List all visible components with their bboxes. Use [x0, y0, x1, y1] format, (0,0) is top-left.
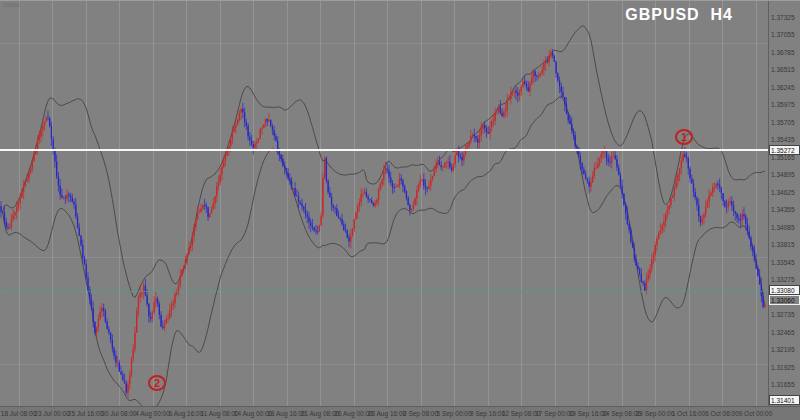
- y-tick-label: 1.37325: [771, 13, 795, 20]
- resistance-price-tag: 1.35272: [769, 145, 800, 155]
- time-axis[interactable]: 18 Jul 08:0023 Jul 00:0025 Jul 16:0030 J…: [0, 406, 800, 420]
- price-axis[interactable]: 1.373251.370551.367851.365151.362451.359…: [768, 1, 800, 406]
- x-tick-label: 9 Oct 00:00: [739, 410, 773, 417]
- y-tick-label: 1.36245: [771, 83, 795, 90]
- circled-number-annotation: 1: [675, 129, 693, 145]
- y-tick-label: 1.36515: [771, 66, 795, 73]
- x-tick-label: 4 Aug 00:00: [135, 410, 170, 417]
- low-price-tag: 1.31401: [769, 395, 800, 405]
- x-tick-label: 5 Sep 00:00: [436, 410, 471, 417]
- y-tick-label: 1.35705: [771, 118, 795, 125]
- x-tick-label: 25 Jul 16:00: [68, 410, 103, 417]
- y-tick-label: 1.32735: [771, 311, 795, 318]
- x-tick-label: 2 Sep 08:00: [403, 410, 438, 417]
- candlestick-plot: [0, 1, 768, 406]
- ask-price-tag: 1.33080: [769, 285, 800, 295]
- y-tick-label: 1.37055: [771, 31, 795, 38]
- x-tick-label: 30 Jul 08:00: [101, 410, 136, 417]
- x-tick-label: 9 Sep 16:00: [470, 410, 505, 417]
- x-tick-label: 11 Aug 08:00: [201, 410, 239, 417]
- resistance-line[interactable]: [0, 149, 768, 151]
- y-tick-label: 1.31655: [771, 381, 795, 388]
- x-tick-label: 1 Oct 16:00: [672, 410, 706, 417]
- x-tick-label: 6 Aug 16:00: [169, 410, 204, 417]
- chart-watermark: 23080: [3, 2, 20, 8]
- upper-bollinger-band: [1, 26, 765, 298]
- chart-canvas[interactable]: 12 23080 GBPUSD H4: [0, 1, 768, 406]
- x-tick-label: 23 Jul 00:00: [34, 410, 69, 417]
- x-tick-label: 29 Sep 00:00: [636, 410, 675, 417]
- symbol-title: GBPUSD H4: [625, 6, 733, 24]
- y-tick-label: 1.35975: [771, 101, 795, 108]
- y-tick-label: 1.34625: [771, 188, 795, 195]
- y-tick-label: 1.36785: [771, 48, 795, 55]
- y-tick-label: 1.32195: [771, 346, 795, 353]
- bid-price-tag: 1.33060: [769, 295, 800, 305]
- y-tick-label: 1.33275: [771, 276, 795, 283]
- y-tick-label: 1.33545: [771, 258, 795, 265]
- current-price-line: [0, 291, 768, 292]
- candles-group: [0, 49, 765, 398]
- x-tick-label: 28 Aug 16:00: [368, 410, 406, 417]
- y-tick-label: 1.33815: [771, 241, 795, 248]
- x-tick-label: 6 Oct 08:00: [705, 410, 739, 417]
- y-tick-label: 1.34085: [771, 223, 795, 230]
- y-tick-label: 1.34355: [771, 206, 795, 213]
- circled-number-annotation: 2: [148, 375, 166, 391]
- y-tick-label: 1.34895: [771, 171, 795, 178]
- chart-window: 12 23080 GBPUSD H4 1.373251.370551.36785…: [0, 0, 800, 420]
- y-tick-label: 1.32465: [771, 328, 795, 335]
- y-tick-label: 1.31925: [771, 363, 795, 370]
- x-tick-label: 18 Jul 08:00: [1, 410, 36, 417]
- y-tick-label: 1.35435: [771, 136, 795, 143]
